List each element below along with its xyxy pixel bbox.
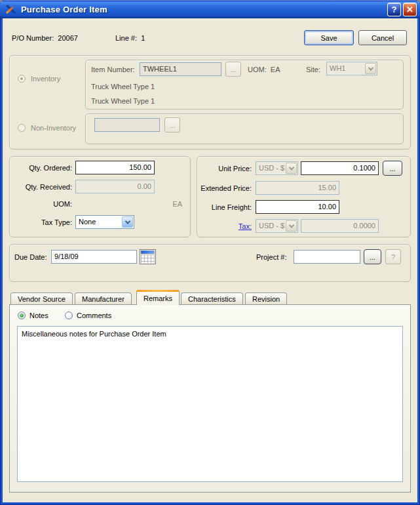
cancel-button[interactable]: Cancel xyxy=(358,30,407,45)
notes-radio[interactable] xyxy=(18,312,26,319)
tax-currency-drop xyxy=(286,220,297,232)
non-inventory-radio-label: Non-Inventory xyxy=(31,124,76,132)
non-inventory-browse-button: ... xyxy=(164,117,180,132)
unit-price-currency-drop xyxy=(286,163,297,174)
line-number-label: Line #: xyxy=(115,34,137,42)
uom-value: EA xyxy=(131,200,182,209)
project-field[interactable] xyxy=(294,250,360,264)
inventory-radio xyxy=(18,75,26,83)
calendar-icon-grid xyxy=(141,254,155,263)
calendar-icon-header xyxy=(141,251,155,254)
tab-vendor-source[interactable]: Vendor Source xyxy=(10,293,73,305)
qty-received-label: Qty. Received: xyxy=(10,183,72,192)
item-uom-value: EA xyxy=(271,66,280,73)
project-browse-button[interactable]: ... xyxy=(364,249,381,264)
calendar-icon[interactable] xyxy=(140,249,156,264)
item-browse-button: ... xyxy=(225,62,241,77)
window-help-button[interactable]: ? xyxy=(387,3,401,16)
title-bar[interactable]: Purchase Order Item ? ✕ xyxy=(0,0,420,18)
inventory-radio-label: Inventory xyxy=(31,75,60,83)
item-description-1: Truck Wheel Type 1 xyxy=(91,83,155,91)
due-date-label: Due Date: xyxy=(14,253,47,262)
po-number-label: P/O Number: xyxy=(12,34,54,42)
qty-ordered-field[interactable]: 150.00 xyxy=(75,161,155,174)
app-logo-icon xyxy=(5,3,17,15)
due-date-field[interactable]: 9/18/09 xyxy=(51,250,137,264)
site-combo-value: WH1 xyxy=(327,62,364,75)
item-number-field: TWHEEL1 xyxy=(140,62,221,76)
comments-radio-label: Comments xyxy=(77,312,111,320)
uom-label: UOM: xyxy=(10,200,72,209)
chevron-down-icon xyxy=(288,222,294,228)
save-button[interactable]: Save xyxy=(304,30,354,45)
qty-ordered-label: Qty. Ordered: xyxy=(10,164,72,172)
tax-type-label: Tax Type: xyxy=(10,218,72,227)
site-label: Site: xyxy=(306,66,320,74)
unit-price-currency-combo: USD - $ xyxy=(256,161,298,175)
unit-price-currency-value: USD - $ xyxy=(256,162,285,174)
site-combo-drop xyxy=(365,63,376,74)
project-label: Project #: xyxy=(256,253,286,262)
qty-received-field: 0.00 xyxy=(75,180,155,193)
comments-radio[interactable] xyxy=(65,312,73,319)
unit-price-field[interactable]: 0.1000 xyxy=(301,161,379,175)
line-freight-field[interactable]: 10.00 xyxy=(256,200,339,214)
project-help-button: ? xyxy=(385,249,401,264)
po-number-value: 20067 xyxy=(58,34,78,42)
tax-type-combo-value: None xyxy=(76,216,121,228)
tab-characteristics[interactable]: Characteristics xyxy=(181,293,243,305)
purchase-order-item-dialog: Purchase Order Item ? ✕ P/O Number: 2006… xyxy=(0,0,420,505)
item-uom: UOM: EA xyxy=(248,66,280,74)
tax-amount-field: 0.0000 xyxy=(301,219,379,233)
tab-remarks[interactable]: Remarks xyxy=(136,290,180,305)
tax-type-combo[interactable]: None xyxy=(75,215,134,229)
price-list-button[interactable]: ... xyxy=(383,161,402,176)
extended-price-field: 15.00 xyxy=(256,181,339,195)
notes-radio-label: Notes xyxy=(29,312,48,320)
line-number: Line #: 1 xyxy=(115,34,145,43)
item-number-label: Item Number: xyxy=(91,66,135,74)
extended-price-label: Extended Price: xyxy=(194,184,252,193)
tax-type-combo-drop[interactable] xyxy=(122,216,133,228)
chevron-down-icon xyxy=(124,218,130,224)
window-close-button[interactable]: ✕ xyxy=(403,3,417,16)
non-inventory-field xyxy=(94,118,160,132)
chevron-down-icon xyxy=(288,165,294,170)
non-inventory-radio xyxy=(18,124,26,132)
line-number-value: 1 xyxy=(141,34,145,42)
po-number: P/O Number: 20067 xyxy=(12,34,78,43)
window-title: Purchase Order Item xyxy=(21,5,385,14)
site-combo: WH1 xyxy=(326,62,377,75)
line-freight-label: Line Freight: xyxy=(194,203,252,212)
tax-currency-value: USD - $ xyxy=(256,220,285,232)
item-description-2: Truck Wheel Type 1 xyxy=(91,97,155,106)
tax-link-wrap: Tax: xyxy=(194,222,252,231)
item-uom-label: UOM: xyxy=(248,66,267,73)
tab-manufacturer[interactable]: Manufacturer xyxy=(75,293,132,305)
notes-textarea[interactable]: Miscellaneous notes for Purchase Order I… xyxy=(17,326,403,482)
tax-currency-combo: USD - $ xyxy=(256,219,298,233)
tax-link[interactable]: Tax: xyxy=(239,222,252,230)
tab-revision[interactable]: Revision xyxy=(245,293,287,305)
chevron-down-icon xyxy=(368,65,373,70)
unit-price-label: Unit Price: xyxy=(194,165,252,173)
